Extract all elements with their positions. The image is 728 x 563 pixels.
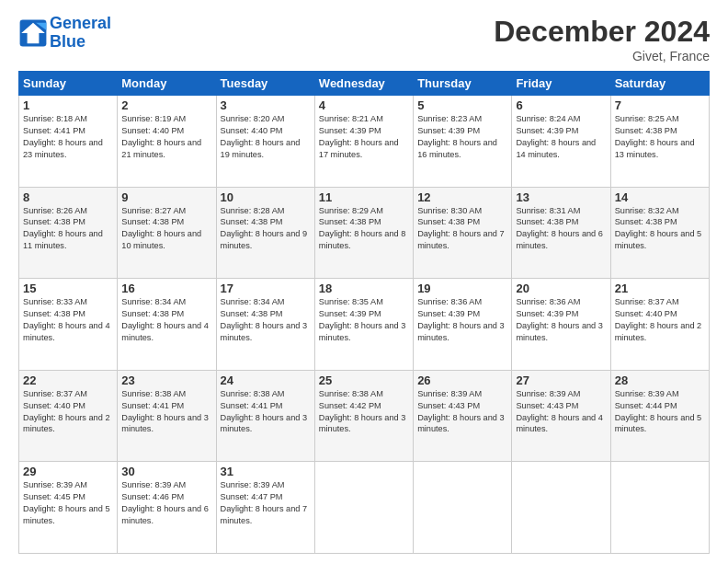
calendar-week-2: 8 Sunrise: 8:26 AM Sunset: 4:38 PM Dayli… [19, 187, 710, 279]
calendar-cell: 14 Sunrise: 8:32 AM Sunset: 4:38 PM Dayl… [610, 187, 709, 279]
calendar-cell [512, 462, 610, 554]
logo-text: General Blue [50, 15, 111, 52]
calendar-cell: 22 Sunrise: 8:37 AM Sunset: 4:40 PM Dayl… [19, 370, 118, 462]
day-info: Sunrise: 8:30 AM Sunset: 4:38 PM Dayligh… [417, 205, 507, 253]
day-info: Sunrise: 8:37 AM Sunset: 4:40 PM Dayligh… [615, 296, 705, 344]
logo-icon [18, 18, 48, 48]
col-wednesday: Wednesday [314, 72, 413, 96]
calendar-cell: 15 Sunrise: 8:33 AM Sunset: 4:38 PM Dayl… [19, 279, 118, 371]
col-monday: Monday [118, 72, 216, 96]
day-info: Sunrise: 8:19 AM Sunset: 4:40 PM Dayligh… [121, 113, 211, 161]
day-info: Sunrise: 8:36 AM Sunset: 4:39 PM Dayligh… [417, 296, 507, 344]
calendar-cell: 26 Sunrise: 8:39 AM Sunset: 4:43 PM Dayl… [414, 370, 512, 462]
day-number: 21 [615, 282, 705, 295]
day-number: 31 [221, 465, 311, 478]
day-number: 4 [319, 98, 409, 112]
col-friday: Friday [512, 72, 610, 96]
day-number: 16 [121, 282, 211, 295]
calendar-cell: 17 Sunrise: 8:34 AM Sunset: 4:38 PM Dayl… [216, 279, 314, 371]
day-number: 18 [319, 282, 409, 295]
day-info: Sunrise: 8:21 AM Sunset: 4:39 PM Dayligh… [319, 113, 409, 161]
day-number: 26 [417, 373, 507, 387]
location: Givet, France [494, 49, 710, 63]
day-info: Sunrise: 8:28 AM Sunset: 4:38 PM Dayligh… [221, 205, 311, 253]
day-number: 11 [319, 190, 409, 204]
day-number: 30 [121, 465, 211, 478]
header: General Blue December 2024 Givet, France [18, 15, 710, 63]
day-info: Sunrise: 8:39 AM Sunset: 4:43 PM Dayligh… [516, 388, 606, 436]
calendar-cell: 1 Sunrise: 8:18 AM Sunset: 4:41 PM Dayli… [19, 96, 118, 188]
calendar-cell: 29 Sunrise: 8:39 AM Sunset: 4:45 PM Dayl… [19, 462, 118, 554]
calendar-cell: 4 Sunrise: 8:21 AM Sunset: 4:39 PM Dayli… [314, 96, 413, 188]
day-info: Sunrise: 8:35 AM Sunset: 4:39 PM Dayligh… [319, 296, 409, 344]
calendar-header-row: Sunday Monday Tuesday Wednesday Thursday… [19, 72, 710, 96]
day-info: Sunrise: 8:23 AM Sunset: 4:39 PM Dayligh… [417, 113, 507, 161]
day-info: Sunrise: 8:34 AM Sunset: 4:38 PM Dayligh… [121, 296, 211, 344]
day-info: Sunrise: 8:29 AM Sunset: 4:38 PM Dayligh… [319, 205, 409, 253]
calendar-cell: 3 Sunrise: 8:20 AM Sunset: 4:40 PM Dayli… [216, 96, 314, 188]
day-number: 22 [23, 373, 113, 387]
day-number: 2 [121, 98, 211, 112]
calendar-cell: 6 Sunrise: 8:24 AM Sunset: 4:39 PM Dayli… [512, 96, 610, 188]
calendar-cell: 8 Sunrise: 8:26 AM Sunset: 4:38 PM Dayli… [19, 187, 118, 279]
calendar-cell: 16 Sunrise: 8:34 AM Sunset: 4:38 PM Dayl… [118, 279, 216, 371]
calendar-week-4: 22 Sunrise: 8:37 AM Sunset: 4:40 PM Dayl… [19, 370, 710, 462]
calendar-cell: 19 Sunrise: 8:36 AM Sunset: 4:39 PM Dayl… [414, 279, 512, 371]
day-info: Sunrise: 8:31 AM Sunset: 4:38 PM Dayligh… [516, 205, 606, 253]
col-thursday: Thursday [414, 72, 512, 96]
calendar-cell: 2 Sunrise: 8:19 AM Sunset: 4:40 PM Dayli… [118, 96, 216, 188]
logo-line1: General [50, 14, 111, 32]
calendar-cell: 13 Sunrise: 8:31 AM Sunset: 4:38 PM Dayl… [512, 187, 610, 279]
day-number: 12 [417, 190, 507, 204]
title-block: December 2024 Givet, France [494, 15, 710, 63]
day-number: 17 [221, 282, 311, 295]
day-number: 23 [121, 373, 211, 387]
day-info: Sunrise: 8:33 AM Sunset: 4:38 PM Dayligh… [23, 296, 113, 344]
day-info: Sunrise: 8:37 AM Sunset: 4:40 PM Dayligh… [23, 388, 113, 436]
col-saturday: Saturday [610, 72, 709, 96]
day-info: Sunrise: 8:39 AM Sunset: 4:43 PM Dayligh… [417, 388, 507, 436]
calendar-week-3: 15 Sunrise: 8:33 AM Sunset: 4:38 PM Dayl… [19, 279, 710, 371]
day-number: 14 [615, 190, 705, 204]
day-number: 8 [23, 190, 113, 204]
col-tuesday: Tuesday [216, 72, 314, 96]
calendar-cell: 31 Sunrise: 8:39 AM Sunset: 4:47 PM Dayl… [216, 462, 314, 554]
calendar-cell: 30 Sunrise: 8:39 AM Sunset: 4:46 PM Dayl… [118, 462, 216, 554]
calendar-cell: 9 Sunrise: 8:27 AM Sunset: 4:38 PM Dayli… [118, 187, 216, 279]
logo: General Blue [18, 15, 111, 52]
calendar-cell: 28 Sunrise: 8:39 AM Sunset: 4:44 PM Dayl… [610, 370, 709, 462]
calendar-cell [610, 462, 709, 554]
day-number: 3 [221, 98, 311, 112]
day-number: 13 [516, 190, 606, 204]
calendar-cell: 7 Sunrise: 8:25 AM Sunset: 4:38 PM Dayli… [610, 96, 709, 188]
calendar-cell: 10 Sunrise: 8:28 AM Sunset: 4:38 PM Dayl… [216, 187, 314, 279]
day-number: 15 [23, 282, 113, 295]
day-info: Sunrise: 8:34 AM Sunset: 4:38 PM Dayligh… [221, 296, 311, 344]
day-info: Sunrise: 8:38 AM Sunset: 4:42 PM Dayligh… [319, 388, 409, 436]
col-sunday: Sunday [19, 72, 118, 96]
day-number: 6 [516, 98, 606, 112]
day-number: 28 [615, 373, 705, 387]
day-number: 25 [319, 373, 409, 387]
calendar: Sunday Monday Tuesday Wednesday Thursday… [18, 71, 710, 554]
day-number: 7 [615, 98, 705, 112]
day-info: Sunrise: 8:26 AM Sunset: 4:38 PM Dayligh… [23, 205, 113, 253]
calendar-cell: 24 Sunrise: 8:38 AM Sunset: 4:41 PM Dayl… [216, 370, 314, 462]
calendar-cell: 23 Sunrise: 8:38 AM Sunset: 4:41 PM Dayl… [118, 370, 216, 462]
day-info: Sunrise: 8:24 AM Sunset: 4:39 PM Dayligh… [516, 113, 606, 161]
day-info: Sunrise: 8:36 AM Sunset: 4:39 PM Dayligh… [516, 296, 606, 344]
day-number: 27 [516, 373, 606, 387]
day-info: Sunrise: 8:39 AM Sunset: 4:46 PM Dayligh… [121, 479, 211, 527]
calendar-cell [414, 462, 512, 554]
calendar-week-1: 1 Sunrise: 8:18 AM Sunset: 4:41 PM Dayli… [19, 96, 710, 188]
page: General Blue December 2024 Givet, France… [0, 0, 728, 563]
calendar-cell: 20 Sunrise: 8:36 AM Sunset: 4:39 PM Dayl… [512, 279, 610, 371]
calendar-cell: 21 Sunrise: 8:37 AM Sunset: 4:40 PM Dayl… [610, 279, 709, 371]
day-info: Sunrise: 8:27 AM Sunset: 4:38 PM Dayligh… [121, 205, 211, 253]
calendar-cell: 27 Sunrise: 8:39 AM Sunset: 4:43 PM Dayl… [512, 370, 610, 462]
day-number: 19 [417, 282, 507, 295]
day-info: Sunrise: 8:39 AM Sunset: 4:45 PM Dayligh… [23, 479, 113, 527]
calendar-cell [314, 462, 413, 554]
calendar-cell: 12 Sunrise: 8:30 AM Sunset: 4:38 PM Dayl… [414, 187, 512, 279]
day-info: Sunrise: 8:38 AM Sunset: 4:41 PM Dayligh… [121, 388, 211, 436]
